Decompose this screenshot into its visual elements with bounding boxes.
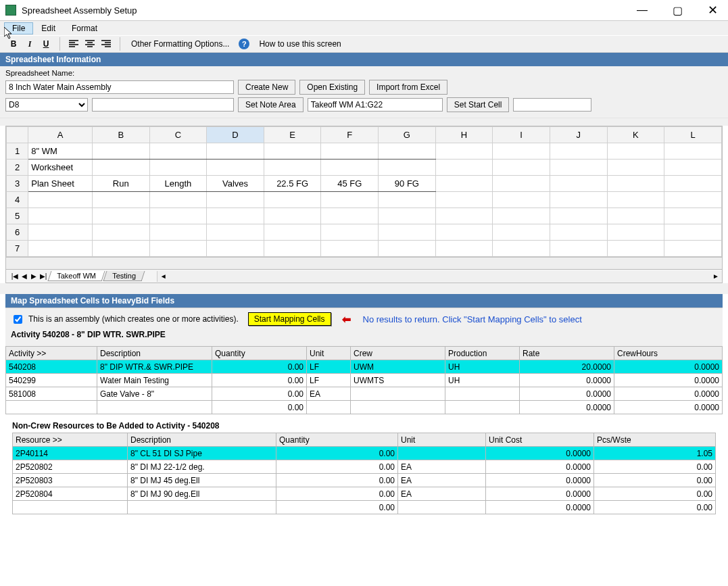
resource-cell[interactable]: 0.00 [594,474,716,487]
assembly-checkbox[interactable] [14,315,22,324]
scroll-right-icon[interactable]: ► [710,272,722,280]
resource-cell[interactable]: 0.0000 [486,474,594,487]
col-activity[interactable]: Activity >> [6,347,97,360]
activity-cell[interactable]: 0.0000 [520,387,614,401]
grid-cell[interactable] [435,241,493,257]
scroll-left-icon[interactable]: ◄ [157,272,170,280]
activity-cell[interactable] [6,401,97,414]
close-button[interactable]: ✕ [702,3,723,18]
grid-cell[interactable] [493,176,550,192]
activity-row[interactable]: 540299Water Main Testing0.00LFUWMTSUH0.0… [6,374,723,387]
resource-row[interactable]: 2P5208028" DI MJ 22-1/2 deg.0.00EA0.0000… [13,460,716,474]
grid-cell[interactable] [149,143,207,160]
col-header-A[interactable]: A [28,127,93,143]
col-res-unit[interactable]: Unit [398,433,486,447]
resource-cell[interactable]: 0.00 [594,487,716,501]
grid-cell[interactable] [607,160,664,176]
resource-cell[interactable]: 2P520804 [13,487,128,501]
grid-cell[interactable] [493,208,550,224]
resource-row[interactable]: 2P5208048" DI MJ 90 deg.Ell0.00EA0.00000… [13,487,716,501]
activities-table[interactable]: Activity >> Description Quantity Unit Cr… [5,346,723,414]
col-header-F[interactable]: F [321,127,379,143]
grid-cell[interactable]: 8" WM [28,143,93,160]
col-rate[interactable]: Rate [520,347,614,360]
grid-cell[interactable] [264,241,321,257]
grid-cell[interactable] [664,224,722,241]
grid-cell[interactable] [664,241,722,257]
grid-cell[interactable] [321,160,379,176]
resource-cell[interactable] [128,501,276,514]
row-header[interactable]: 7 [7,241,28,257]
grid-cell[interactable] [607,241,664,257]
resource-cell[interactable]: 0.00 [276,501,398,514]
grid-cell[interactable] [493,241,550,257]
col-resource[interactable]: Resource >> [13,433,128,447]
grid-cell[interactable] [321,224,379,241]
resource-cell[interactable]: 0.0000 [486,447,594,460]
grid-cell[interactable]: Length [149,176,207,192]
grid-cell[interactable] [92,192,149,208]
grid-cell[interactable] [550,192,607,208]
resource-cell[interactable]: 0.00 [276,474,398,487]
col-header-J[interactable]: J [550,127,607,143]
resource-cell[interactable]: 8" DI MJ 90 deg.Ell [128,487,276,501]
col-production[interactable]: Production [445,347,520,360]
range-input[interactable] [308,98,443,112]
row-header[interactable]: 3 [7,176,28,192]
resource-cell[interactable]: 2P40114 [13,447,128,460]
grid-cell[interactable] [550,208,607,224]
grid-cell[interactable] [493,160,550,176]
activity-cell[interactable]: 581008 [6,387,97,401]
spreadsheet-name-input[interactable] [5,80,234,94]
grid-cell[interactable]: 90 FG [379,176,436,192]
activity-row[interactable]: 5402088" DIP WTR.& SWR.PIPE0.00LFUWMUH20… [6,360,723,374]
col-header-B[interactable]: B [92,127,149,143]
resource-cell[interactable]: 2P520802 [13,460,128,474]
grid-cell[interactable] [92,143,149,160]
row-header[interactable]: 1 [7,143,28,160]
activity-cell[interactable] [97,401,212,414]
col-res-description[interactable]: Description [128,433,276,447]
activity-cell[interactable]: EA [307,387,351,401]
activity-cell[interactable]: 0.00 [212,360,307,374]
resource-cell[interactable] [13,501,128,514]
activity-cell[interactable]: 540299 [6,374,97,387]
resource-row[interactable]: 2P5208038" DI MJ 45 deg.Ell0.00EA0.00000… [13,474,716,487]
activity-cell[interactable]: 0.00 [212,401,307,414]
menu-edit[interactable]: Edit [33,22,64,34]
spreadsheet-grid[interactable]: ABCDEFGHIJKL 18" WM2Worksheet3Plan Sheet… [5,126,723,258]
resource-cell[interactable]: EA [398,487,486,501]
grid-cell[interactable] [435,224,493,241]
activity-cell[interactable] [351,401,445,414]
bold-button[interactable]: B [7,37,20,51]
grid-cell[interactable] [149,241,207,257]
grid-cell[interactable] [207,192,264,208]
grid-cell[interactable] [28,224,93,241]
grid-cell[interactable] [149,160,207,176]
grid-cell[interactable] [149,192,207,208]
grid-cell[interactable] [207,208,264,224]
grid-cell[interactable]: 22.5 FG [264,176,321,192]
set-note-area-button[interactable]: Set Note Area [238,97,304,112]
grid-cell[interactable] [264,208,321,224]
grid-cell[interactable] [664,192,722,208]
grid-cell[interactable] [92,208,149,224]
sheet-tab-takeoff[interactable]: Takeoff WM [48,271,105,281]
grid-cell[interactable] [664,208,722,224]
row-header[interactable]: 5 [7,208,28,224]
tab-nav-first[interactable]: |◀ [10,272,20,280]
resource-cell[interactable]: 0.00 [276,460,398,474]
activity-cell[interactable]: 0.0000 [520,401,614,414]
col-crewhours[interactable]: CrewHours [614,347,723,360]
grid-cell[interactable] [664,160,722,176]
grid-cell[interactable] [92,160,149,176]
grid-cell[interactable]: 45 FG [321,176,379,192]
activity-cell[interactable]: 0.0000 [614,360,723,374]
grid-cell[interactable] [493,224,550,241]
grid-cell[interactable] [550,176,607,192]
italic-button[interactable]: I [23,37,37,51]
grid-cell[interactable] [264,192,321,208]
activity-cell[interactable]: 0.00 [212,374,307,387]
grid-cell[interactable] [207,241,264,257]
col-header-D[interactable]: D [207,127,264,143]
